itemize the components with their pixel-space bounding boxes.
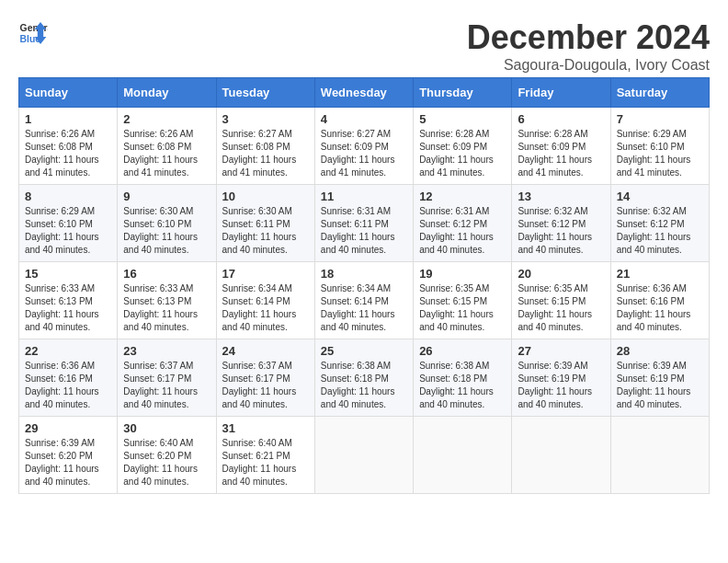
- cell-content: Sunrise: 6:30 AM Sunset: 6:11 PM Dayligh…: [222, 205, 309, 257]
- calendar-cell: 30 Sunrise: 6:40 AM Sunset: 6:20 PM Dayl…: [118, 417, 216, 494]
- calendar-cell: 15 Sunrise: 6:33 AM Sunset: 6:13 PM Dayl…: [19, 262, 118, 339]
- cell-content: Sunrise: 6:27 AM Sunset: 6:08 PM Dayligh…: [222, 128, 309, 179]
- calendar-cell: 12 Sunrise: 6:31 AM Sunset: 6:12 PM Dayl…: [414, 185, 512, 262]
- calendar-day-header: Thursday: [414, 78, 512, 108]
- cell-content: Sunrise: 6:26 AM Sunset: 6:08 PM Dayligh…: [123, 128, 210, 179]
- calendar-day-header: Sunday: [19, 78, 118, 108]
- calendar-header-row: SundayMondayTuesdayWednesdayThursdayFrid…: [19, 78, 710, 108]
- calendar-cell: 24 Sunrise: 6:37 AM Sunset: 6:17 PM Dayl…: [216, 339, 314, 417]
- day-number: 28: [617, 344, 703, 358]
- calendar-cell: [414, 417, 512, 494]
- calendar-week-row: 8 Sunrise: 6:29 AM Sunset: 6:10 PM Dayli…: [19, 185, 710, 262]
- cell-content: Sunrise: 6:34 AM Sunset: 6:14 PM Dayligh…: [222, 282, 309, 334]
- calendar-cell: 31 Sunrise: 6:40 AM Sunset: 6:21 PM Dayl…: [216, 417, 314, 494]
- day-number: 7: [617, 112, 703, 126]
- calendar-cell: 3 Sunrise: 6:27 AM Sunset: 6:08 PM Dayli…: [216, 108, 314, 185]
- calendar-cell: 20 Sunrise: 6:35 AM Sunset: 6:15 PM Dayl…: [512, 262, 610, 339]
- day-number: 16: [123, 267, 210, 281]
- calendar-week-row: 22 Sunrise: 6:36 AM Sunset: 6:16 PM Dayl…: [19, 339, 710, 417]
- calendar-cell: [512, 417, 610, 494]
- day-number: 10: [222, 190, 309, 203]
- calendar-cell: 8 Sunrise: 6:29 AM Sunset: 6:10 PM Dayli…: [19, 185, 118, 262]
- cell-content: Sunrise: 6:39 AM Sunset: 6:19 PM Dayligh…: [617, 360, 703, 411]
- day-number: 5: [419, 112, 506, 126]
- cell-content: Sunrise: 6:34 AM Sunset: 6:14 PM Dayligh…: [321, 282, 407, 334]
- calendar-cell: 7 Sunrise: 6:29 AM Sunset: 6:10 PM Dayli…: [610, 108, 709, 185]
- calendar-day-header: Wednesday: [314, 78, 413, 108]
- day-number: 18: [321, 267, 407, 281]
- day-number: 21: [617, 267, 703, 281]
- calendar-cell: 22 Sunrise: 6:36 AM Sunset: 6:16 PM Dayl…: [19, 339, 118, 417]
- calendar-cell: 17 Sunrise: 6:34 AM Sunset: 6:14 PM Dayl…: [216, 262, 314, 339]
- cell-content: Sunrise: 6:27 AM Sunset: 6:09 PM Dayligh…: [321, 128, 407, 179]
- calendar-cell: 28 Sunrise: 6:39 AM Sunset: 6:19 PM Dayl…: [610, 339, 709, 417]
- calendar-day-header: Monday: [118, 78, 216, 108]
- calendar-cell: 14 Sunrise: 6:32 AM Sunset: 6:12 PM Dayl…: [610, 185, 709, 262]
- calendar-cell: 4 Sunrise: 6:27 AM Sunset: 6:09 PM Dayli…: [314, 108, 413, 185]
- calendar-table: SundayMondayTuesdayWednesdayThursdayFrid…: [18, 77, 710, 494]
- calendar-cell: 6 Sunrise: 6:28 AM Sunset: 6:09 PM Dayli…: [512, 108, 610, 185]
- cell-content: Sunrise: 6:31 AM Sunset: 6:12 PM Dayligh…: [419, 205, 506, 257]
- day-number: 1: [25, 112, 111, 126]
- day-number: 9: [123, 190, 210, 203]
- calendar-day-header: Friday: [512, 78, 610, 108]
- day-number: 25: [321, 344, 407, 358]
- calendar-week-row: 29 Sunrise: 6:39 AM Sunset: 6:20 PM Dayl…: [19, 417, 710, 494]
- calendar-cell: 2 Sunrise: 6:26 AM Sunset: 6:08 PM Dayli…: [118, 108, 216, 185]
- day-number: 6: [518, 112, 604, 126]
- cell-content: Sunrise: 6:36 AM Sunset: 6:16 PM Dayligh…: [617, 282, 703, 334]
- day-number: 31: [222, 421, 309, 435]
- cell-content: Sunrise: 6:26 AM Sunset: 6:08 PM Dayligh…: [25, 128, 111, 179]
- day-number: 19: [419, 267, 506, 281]
- calendar-day-header: Tuesday: [216, 78, 314, 108]
- day-number: 13: [518, 190, 604, 203]
- day-number: 2: [123, 112, 210, 126]
- cell-content: Sunrise: 6:28 AM Sunset: 6:09 PM Dayligh…: [518, 128, 604, 179]
- day-number: 15: [25, 267, 111, 281]
- day-number: 17: [222, 267, 309, 281]
- page-header: General Blue December 2024 Sagoura-Dougo…: [18, 18, 710, 74]
- calendar-cell: 26 Sunrise: 6:38 AM Sunset: 6:18 PM Dayl…: [414, 339, 512, 417]
- day-number: 4: [321, 112, 407, 126]
- day-number: 8: [25, 190, 111, 203]
- calendar-cell: 29 Sunrise: 6:39 AM Sunset: 6:20 PM Dayl…: [19, 417, 118, 494]
- calendar-cell: 9 Sunrise: 6:30 AM Sunset: 6:10 PM Dayli…: [118, 185, 216, 262]
- cell-content: Sunrise: 6:39 AM Sunset: 6:19 PM Dayligh…: [518, 360, 604, 411]
- calendar-cell: 11 Sunrise: 6:31 AM Sunset: 6:11 PM Dayl…: [314, 185, 413, 262]
- month-title: December 2024: [467, 18, 710, 57]
- calendar-cell: [314, 417, 413, 494]
- calendar-cell: 5 Sunrise: 6:28 AM Sunset: 6:09 PM Dayli…: [414, 108, 512, 185]
- calendar-cell: 13 Sunrise: 6:32 AM Sunset: 6:12 PM Dayl…: [512, 185, 610, 262]
- calendar-week-row: 1 Sunrise: 6:26 AM Sunset: 6:08 PM Dayli…: [19, 108, 710, 185]
- cell-content: Sunrise: 6:37 AM Sunset: 6:17 PM Dayligh…: [222, 360, 309, 411]
- cell-content: Sunrise: 6:29 AM Sunset: 6:10 PM Dayligh…: [25, 205, 111, 257]
- cell-content: Sunrise: 6:35 AM Sunset: 6:15 PM Dayligh…: [419, 282, 506, 334]
- calendar-cell: 18 Sunrise: 6:34 AM Sunset: 6:14 PM Dayl…: [314, 262, 413, 339]
- calendar-cell: 10 Sunrise: 6:30 AM Sunset: 6:11 PM Dayl…: [216, 185, 314, 262]
- day-number: 14: [617, 190, 703, 203]
- cell-content: Sunrise: 6:38 AM Sunset: 6:18 PM Dayligh…: [419, 360, 506, 411]
- cell-content: Sunrise: 6:28 AM Sunset: 6:09 PM Dayligh…: [419, 128, 506, 179]
- day-number: 12: [419, 190, 506, 203]
- day-number: 20: [518, 267, 604, 281]
- cell-content: Sunrise: 6:35 AM Sunset: 6:15 PM Dayligh…: [518, 282, 604, 334]
- cell-content: Sunrise: 6:32 AM Sunset: 6:12 PM Dayligh…: [518, 205, 604, 257]
- calendar-cell: [610, 417, 709, 494]
- cell-content: Sunrise: 6:33 AM Sunset: 6:13 PM Dayligh…: [25, 282, 111, 334]
- calendar-cell: 27 Sunrise: 6:39 AM Sunset: 6:19 PM Dayl…: [512, 339, 610, 417]
- calendar-cell: 23 Sunrise: 6:37 AM Sunset: 6:17 PM Dayl…: [118, 339, 216, 417]
- cell-content: Sunrise: 6:38 AM Sunset: 6:18 PM Dayligh…: [321, 360, 407, 411]
- calendar-day-header: Saturday: [610, 78, 709, 108]
- calendar-cell: 21 Sunrise: 6:36 AM Sunset: 6:16 PM Dayl…: [610, 262, 709, 339]
- logo: General Blue: [18, 18, 48, 48]
- calendar-cell: 25 Sunrise: 6:38 AM Sunset: 6:18 PM Dayl…: [314, 339, 413, 417]
- location-subtitle: Sagoura-Dougoula, Ivory Coast: [467, 57, 710, 74]
- cell-content: Sunrise: 6:31 AM Sunset: 6:11 PM Dayligh…: [321, 205, 407, 257]
- logo-icon: General Blue: [18, 18, 48, 48]
- cell-content: Sunrise: 6:40 AM Sunset: 6:21 PM Dayligh…: [222, 437, 309, 488]
- cell-content: Sunrise: 6:36 AM Sunset: 6:16 PM Dayligh…: [25, 360, 111, 411]
- calendar-cell: 19 Sunrise: 6:35 AM Sunset: 6:15 PM Dayl…: [414, 262, 512, 339]
- day-number: 3: [222, 112, 309, 126]
- cell-content: Sunrise: 6:29 AM Sunset: 6:10 PM Dayligh…: [617, 128, 703, 179]
- calendar-cell: 1 Sunrise: 6:26 AM Sunset: 6:08 PM Dayli…: [19, 108, 118, 185]
